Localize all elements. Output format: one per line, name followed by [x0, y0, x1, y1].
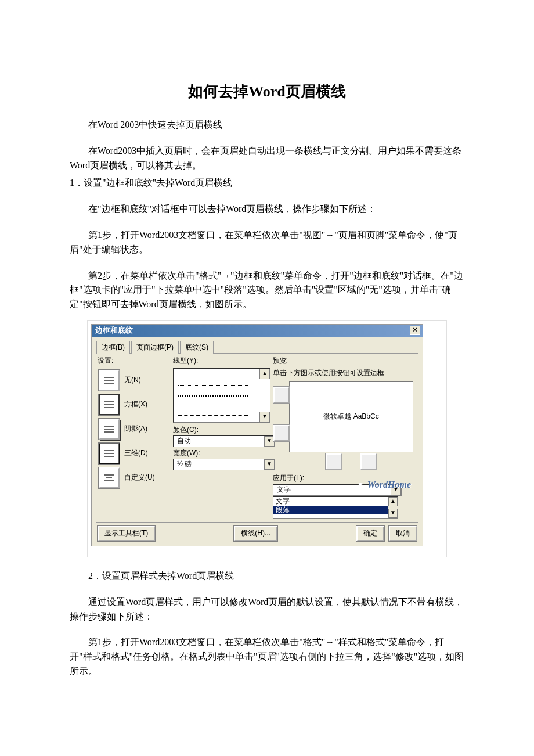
border-left-icon[interactable] [326, 453, 342, 470]
cursor-icon: ↖ [358, 480, 365, 491]
setting-box[interactable]: 方框(X) [99, 394, 171, 415]
width-value: ½ 磅 [177, 459, 192, 469]
heading-method-2: 2．设置页眉样式去掉Word页眉横线 [70, 569, 464, 584]
paragraph: 第1步，打开Word2003文档窗口，在菜单栏依次单击"视图"→"页眉和页脚"菜… [70, 228, 464, 257]
show-toolbar-button[interactable]: 显示工具栏(T) [98, 526, 155, 541]
watermark: ↖ WordHome [358, 480, 411, 491]
setting-shadow-label: 阴影(A) [124, 424, 147, 434]
setting-none-icon [99, 370, 120, 391]
tab-shading[interactable]: 底纹(S) [180, 341, 214, 354]
border-bottom-icon[interactable] [273, 425, 290, 441]
preview-area: 微软卓越 AaBbCc [289, 381, 413, 452]
horizontal-line-button[interactable]: 横线(H)... [234, 526, 277, 541]
apply-to-dropdown-list[interactable]: 文字 段落 ▲ ▼ [273, 496, 398, 519]
borders-shading-dialog: 边框和底纹 × 边框(B) 页面边框(P) 底纹(S) 设置: 无(N) [91, 324, 423, 546]
setting-box-icon [99, 394, 120, 415]
apply-option-paragraph[interactable]: 段落 [273, 506, 398, 514]
heading-method-1: 1．设置"边框和底纹"去掉Word页眉横线 [70, 176, 464, 190]
setting-shadow[interactable]: 阴影(A) [99, 419, 171, 440]
close-icon[interactable]: × [410, 326, 420, 335]
color-combobox[interactable]: 自动 ▼ [173, 435, 275, 447]
border-top-icon[interactable] [273, 387, 290, 403]
color-value: 自动 [177, 436, 191, 446]
color-label: 颜色(C): [173, 425, 270, 435]
setting-custom-label: 自定义(U) [124, 473, 155, 483]
preview-label: 预览 [273, 356, 417, 366]
paragraph: 在Word 2003中快速去掉页眉横线 [70, 118, 464, 132]
setting-none-label: 无(N) [124, 375, 141, 385]
setting-custom[interactable]: 自定义(U) [99, 467, 171, 488]
setting-3d[interactable]: 三维(D) [99, 443, 171, 464]
width-combobox[interactable]: ½ 磅 ▼ [173, 459, 275, 470]
preview-hint: 单击下方图示或使用按钮可设置边框 [273, 368, 417, 378]
paragraph: 在"边框和底纹"对话框中可以去掉Word页眉横线，操作步骤如下所述： [70, 202, 464, 217]
setting-3d-label: 三维(D) [124, 448, 148, 458]
apply-option-text[interactable]: 文字 [273, 497, 398, 506]
dialog-title: 边框和底纹 [95, 325, 133, 336]
setting-custom-icon [99, 467, 120, 488]
paragraph: 第1步，打开Word2003文档窗口，在菜单栏依次单击"格式"→"样式和格式"菜… [70, 635, 464, 678]
paragraph: 在Word2003中插入页眉时，会在页眉处自动出现一条横线与正文分割。用户如果不… [70, 144, 464, 173]
width-label: 宽度(W): [173, 448, 270, 458]
scroll-up-icon[interactable]: ▲ [388, 497, 398, 506]
setting-label: 设置: [98, 356, 171, 366]
ok-button[interactable]: 确定 [356, 526, 384, 541]
line-style-listbox[interactable]: ▲ ▼ [173, 368, 270, 423]
dialog-titlebar: 边框和底纹 × [92, 325, 423, 337]
preview-sample-text: 微软卓越 AaBbCc [323, 412, 378, 422]
dialog-figure: 边框和底纹 × 边框(B) 页面边框(P) 底纹(S) 设置: 无(N) [87, 320, 447, 557]
tab-border[interactable]: 边框(B) [96, 341, 130, 354]
line-style-label: 线型(Y): [173, 356, 270, 366]
tab-page-border[interactable]: 页面边框(P) [131, 341, 179, 354]
apply-to-value: 文字 [277, 485, 291, 495]
setting-shadow-icon [99, 419, 120, 440]
paragraph: 第2步，在菜单栏依次单击"格式"→"边框和底纹"菜单命令，打开"边框和底纹"对话… [70, 269, 464, 312]
paragraph: 通过设置Word页眉样式，用户可以修改Word页眉的默认设置，使其默认情况下不带… [70, 595, 464, 624]
scroll-down-icon[interactable]: ▼ [259, 412, 270, 422]
cancel-button[interactable]: 取消 [389, 526, 417, 541]
scroll-down-icon[interactable]: ▼ [388, 509, 398, 518]
setting-none[interactable]: 无(N) [99, 370, 171, 391]
setting-3d-icon [99, 443, 120, 464]
border-right-icon[interactable] [360, 453, 377, 470]
scroll-up-icon[interactable]: ▲ [259, 369, 270, 379]
setting-box-label: 方框(X) [124, 399, 147, 409]
page-title: 如何去掉Word页眉横线 [70, 81, 464, 102]
